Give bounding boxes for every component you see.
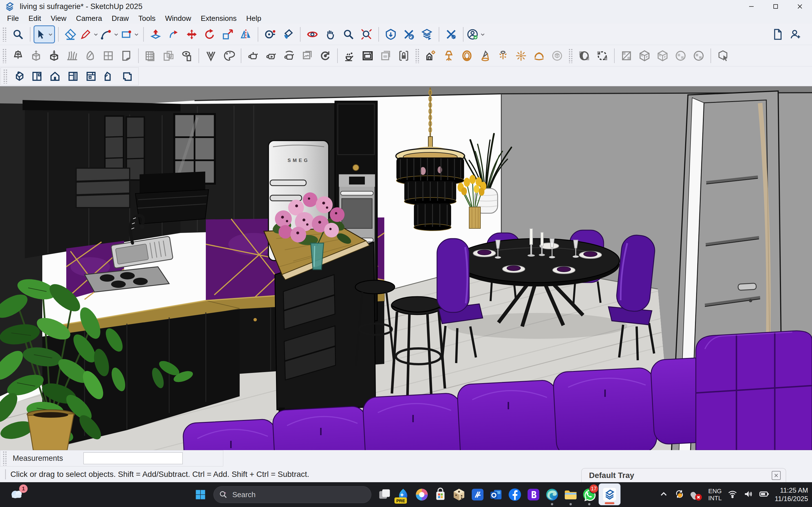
move-tool[interactable] (183, 25, 200, 43)
view-top[interactable] (28, 67, 46, 86)
taskbar-3d-viewer[interactable] (450, 483, 468, 506)
page-flip-tool[interactable] (117, 47, 135, 65)
zoom-window-tool[interactable] (9, 25, 27, 43)
toolbar-grip[interactable] (2, 48, 7, 63)
frames-tool[interactable] (160, 47, 177, 65)
taskbar-copilot[interactable] (412, 483, 431, 506)
checker-frame-tool[interactable] (618, 47, 635, 65)
tray-clock[interactable]: 11:25 AM 11/16/2025 (775, 486, 808, 503)
vray-batch-render[interactable] (359, 47, 376, 65)
toolbar-grip[interactable] (2, 27, 7, 42)
scale-tool[interactable] (219, 25, 237, 43)
menu-edit[interactable]: Edit (24, 13, 46, 24)
vray-logo[interactable] (202, 47, 220, 65)
tray-language-indicator[interactable]: ENG INTL (708, 488, 722, 502)
arc-tool[interactable] (100, 25, 120, 43)
checker-sphere-tool[interactable] (672, 47, 689, 65)
export-object[interactable] (45, 47, 63, 65)
pencil-tool-dropdown[interactable] (92, 31, 100, 38)
taskbar-outlook[interactable] (487, 483, 506, 506)
extension-warehouse[interactable] (400, 25, 417, 43)
new-model[interactable] (769, 25, 786, 43)
view-back[interactable] (82, 67, 100, 86)
taskbar-file-explorer[interactable] (561, 483, 580, 506)
window-component[interactable] (100, 47, 117, 65)
paint-bucket-tool[interactable] (280, 25, 297, 43)
sphere-dashed-tool[interactable] (594, 47, 611, 65)
menu-window[interactable]: Window (160, 13, 196, 24)
vray-spot-light[interactable] (440, 47, 458, 65)
vray-viewport-render[interactable] (377, 47, 395, 65)
pushpull-tool[interactable] (147, 25, 164, 43)
share-model[interactable] (418, 25, 436, 43)
taskbar-edge-preview[interactable]: PRE (394, 483, 412, 506)
taskbar-task-view[interactable] (375, 483, 394, 506)
visibility-tool[interactable] (178, 47, 195, 65)
leaf-tool[interactable] (82, 47, 99, 65)
vray-vision[interactable] (281, 47, 298, 65)
close-button[interactable] (788, 0, 812, 13)
vray-interactive[interactable] (341, 47, 358, 65)
view-left[interactable] (100, 67, 118, 86)
vray-ies-light[interactable] (476, 47, 494, 65)
vray-ring-light[interactable] (458, 47, 476, 65)
vray-mesh-light[interactable] (548, 47, 566, 65)
view-iso[interactable] (10, 67, 28, 86)
taskbar-microsoft-store[interactable] (431, 483, 450, 506)
tray-device-error-icon[interactable] (690, 489, 703, 500)
search-box[interactable]: Search (213, 486, 371, 503)
menu-extensions[interactable]: Extensions (196, 13, 241, 24)
sphere-full-tool[interactable] (575, 47, 593, 65)
zoom-tool[interactable] (340, 25, 357, 43)
taskbar-edge[interactable] (543, 483, 561, 506)
vray-asset-editor[interactable] (220, 47, 238, 65)
menu-camera[interactable]: Camera (71, 13, 107, 24)
tray-wifi-icon[interactable] (727, 489, 738, 500)
toolbar-grip[interactable] (568, 48, 573, 63)
vray-render[interactable] (245, 47, 262, 65)
view-front[interactable] (46, 67, 64, 86)
pencil-tool[interactable] (80, 25, 100, 43)
import-object[interactable] (28, 47, 45, 65)
taskbar-facebook[interactable] (506, 483, 524, 506)
default-tray-close-button[interactable] (772, 471, 781, 480)
arc-tool-dropdown[interactable] (112, 31, 120, 38)
account[interactable] (467, 25, 486, 43)
menu-tools[interactable]: Tools (134, 13, 160, 24)
followme-tool[interactable] (165, 25, 183, 43)
tape-measure-tool[interactable] (261, 25, 279, 43)
grass-scatter[interactable] (63, 47, 81, 65)
minimize-button[interactable] (739, 0, 763, 13)
menu-draw[interactable]: Draw (107, 13, 134, 24)
vray-dome-light[interactable] (530, 47, 548, 65)
measurements-grip[interactable] (3, 451, 7, 466)
pan-tool[interactable] (322, 25, 339, 43)
3d-warehouse[interactable] (382, 25, 400, 43)
vray-render-last[interactable] (262, 47, 280, 65)
rectangle-tool-dropdown[interactable] (133, 31, 140, 38)
rotate-tool[interactable] (201, 25, 218, 43)
maximize-button[interactable] (763, 0, 788, 13)
view-plan[interactable] (118, 67, 136, 86)
vray-sphere-light[interactable] (512, 47, 530, 65)
view-right[interactable] (64, 67, 82, 86)
viewport-3d[interactable]: SMEG (0, 86, 812, 450)
select-tool[interactable] (34, 25, 55, 43)
start-button[interactable] (192, 485, 209, 505)
vray-omni-light[interactable] (494, 47, 512, 65)
rectangle-tool[interactable] (120, 25, 140, 43)
account-dropdown[interactable] (479, 31, 486, 38)
measurements-input[interactable] (84, 452, 183, 464)
menu-file[interactable]: File (2, 13, 24, 24)
vray-update[interactable] (317, 47, 334, 65)
tray-battery-icon[interactable] (759, 489, 769, 500)
eraser-tool[interactable] (62, 25, 79, 43)
flip-tool[interactable] (237, 25, 255, 43)
zoom-extents-tool[interactable] (358, 25, 375, 43)
orbit-tool[interactable] (304, 25, 321, 43)
toolbar-grip[interactable] (3, 69, 8, 83)
tray-chevron-up-icon[interactable] (659, 489, 669, 500)
vray-sun[interactable] (422, 47, 440, 65)
menu-help[interactable]: Help (241, 13, 266, 24)
vray-frame-buffer[interactable] (299, 47, 316, 65)
